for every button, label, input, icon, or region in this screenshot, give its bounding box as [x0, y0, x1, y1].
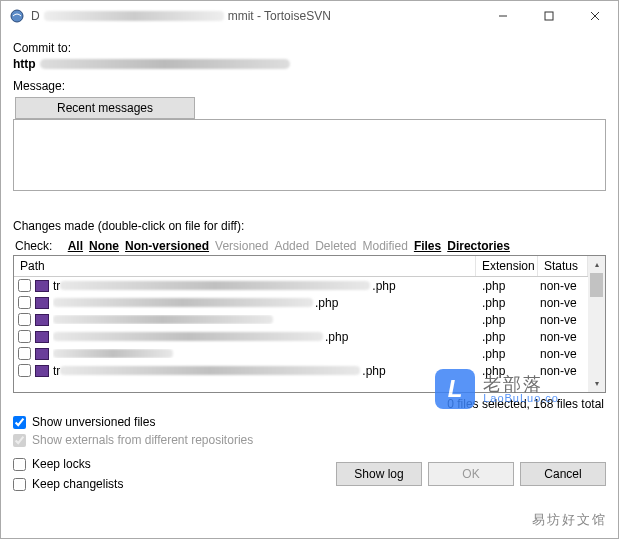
keep-locks-checkbox[interactable]: Keep locks [13, 457, 328, 471]
filter-none[interactable]: None [89, 239, 119, 253]
row-extension: .php [476, 364, 538, 378]
row-status: non-ve [538, 330, 588, 344]
filter-added[interactable]: Added [274, 239, 309, 253]
commit-to-label: Commit to: [13, 41, 606, 55]
recent-messages-button[interactable]: Recent messages [15, 97, 195, 119]
filter-directories[interactable]: Directories [447, 239, 510, 253]
filter-deleted[interactable]: Deleted [315, 239, 356, 253]
file-type-icon [35, 297, 49, 309]
filter-non-versioned[interactable]: Non-versioned [125, 239, 209, 253]
filter-modified[interactable]: Modified [363, 239, 408, 253]
window-title: D mmit - TortoiseSVN [31, 9, 480, 23]
row-extension: .php [476, 279, 538, 293]
commit-message-input[interactable] [13, 119, 606, 191]
col-path[interactable]: Path [14, 256, 476, 276]
row-extension: .php [476, 296, 538, 310]
row-status: non-ve [538, 296, 588, 310]
table-row[interactable]: .phpnon-ve [14, 311, 605, 328]
close-button[interactable] [572, 1, 618, 31]
row-status: non-ve [538, 347, 588, 361]
table-row[interactable]: tr.php.phpnon-ve [14, 277, 605, 294]
corner-watermark: 易坊好文馆 [532, 511, 607, 529]
commit-url: http [13, 57, 606, 71]
file-type-icon [35, 280, 49, 292]
table-row[interactable]: .phpnon-ve [14, 345, 605, 362]
filter-files[interactable]: Files [414, 239, 441, 253]
scroll-up-button[interactable]: ▴ [588, 256, 605, 273]
scroll-down-button[interactable]: ▾ [588, 375, 605, 392]
row-checkbox[interactable] [18, 296, 31, 309]
row-extension: .php [476, 330, 538, 344]
file-type-icon [35, 348, 49, 360]
table-row[interactable]: tr.php.phpnon-ve [14, 362, 605, 379]
cancel-button[interactable]: Cancel [520, 462, 606, 486]
file-list[interactable]: Path Extension Status ˄ tr.php.phpnon-ve… [13, 255, 606, 393]
scroll-thumb[interactable] [590, 273, 603, 297]
show-log-button[interactable]: Show log [336, 462, 422, 486]
file-type-icon [35, 314, 49, 326]
changes-label: Changes made (double-click on file for d… [13, 219, 606, 233]
row-checkbox[interactable] [18, 364, 31, 377]
col-status[interactable]: Status [538, 256, 588, 276]
table-row[interactable]: .php.phpnon-ve [14, 294, 605, 311]
file-type-icon [35, 365, 49, 377]
row-checkbox[interactable] [18, 347, 31, 360]
table-row[interactable]: .php.phpnon-ve [14, 328, 605, 345]
filter-all[interactable]: All [68, 239, 83, 253]
filter-versioned[interactable]: Versioned [215, 239, 268, 253]
svg-rect-2 [545, 12, 553, 20]
row-checkbox[interactable] [18, 313, 31, 326]
row-extension: .php [476, 313, 538, 327]
check-filters: Check: All None Non-versioned Versioned … [15, 239, 606, 253]
titlebar: D mmit - TortoiseSVN [1, 1, 618, 31]
show-unversioned-checkbox[interactable]: Show unversioned files [13, 415, 606, 429]
row-status: non-ve [538, 313, 588, 327]
svg-point-0 [11, 10, 23, 22]
minimize-button[interactable] [480, 1, 526, 31]
maximize-button[interactable] [526, 1, 572, 31]
selection-status: 0 files selected, 168 files total [13, 397, 604, 411]
file-type-icon [35, 331, 49, 343]
row-checkbox[interactable] [18, 330, 31, 343]
message-label: Message: [13, 79, 606, 93]
ok-button[interactable]: OK [428, 462, 514, 486]
row-extension: .php [476, 347, 538, 361]
keep-changelists-checkbox[interactable]: Keep changelists [13, 477, 328, 491]
col-extension[interactable]: Extension [476, 256, 538, 276]
row-checkbox[interactable] [18, 279, 31, 292]
row-status: non-ve [538, 364, 588, 378]
app-icon [9, 8, 25, 24]
show-externals-checkbox[interactable]: Show externals from different repositori… [13, 433, 606, 447]
vertical-scrollbar[interactable]: ▴ ▾ [588, 256, 605, 392]
row-status: non-ve [538, 279, 588, 293]
file-list-header: Path Extension Status ˄ [14, 256, 605, 277]
